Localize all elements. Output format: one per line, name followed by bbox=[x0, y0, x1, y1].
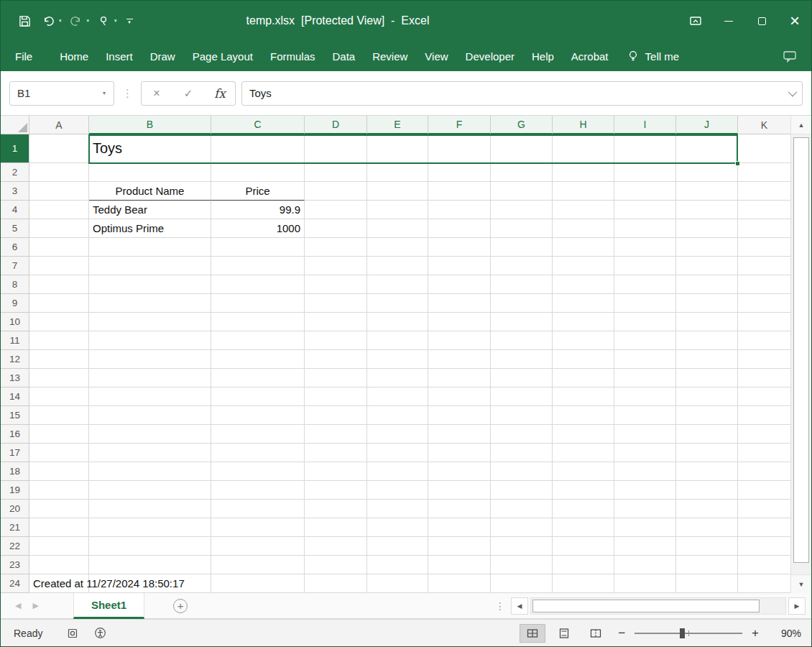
ribbon-tab-home[interactable]: Home bbox=[60, 50, 88, 63]
cell-D15[interactable] bbox=[305, 406, 367, 425]
column-header-K[interactable]: K bbox=[738, 116, 791, 134]
cell-D16[interactable] bbox=[305, 425, 367, 444]
cell-E2[interactable] bbox=[367, 163, 428, 182]
cell-K14[interactable] bbox=[738, 387, 791, 406]
cell-I5[interactable] bbox=[614, 219, 676, 238]
cell-G6[interactable] bbox=[491, 238, 553, 257]
cell-A8[interactable] bbox=[29, 275, 89, 294]
column-header-A[interactable]: A bbox=[29, 116, 89, 134]
cell-F9[interactable] bbox=[428, 294, 491, 313]
cell-C6[interactable] bbox=[211, 238, 305, 257]
cell-I13[interactable] bbox=[614, 369, 676, 387]
cell-F13[interactable] bbox=[428, 369, 491, 387]
cell-H19[interactable] bbox=[553, 481, 614, 500]
cell-H4[interactable] bbox=[553, 201, 614, 219]
hscroll-track[interactable] bbox=[530, 597, 786, 615]
cell-C14[interactable] bbox=[211, 387, 305, 406]
cell-G15[interactable] bbox=[491, 406, 553, 425]
cell-J18[interactable] bbox=[676, 462, 738, 481]
cell-G8[interactable] bbox=[491, 275, 553, 294]
cell-J24[interactable] bbox=[676, 574, 738, 593]
cell-A23[interactable] bbox=[29, 556, 89, 574]
cell-C22[interactable] bbox=[211, 537, 305, 556]
cell-H3[interactable] bbox=[553, 182, 614, 201]
cell-K16[interactable] bbox=[738, 425, 791, 444]
cell-I16[interactable] bbox=[614, 425, 676, 444]
cell-D13[interactable] bbox=[305, 369, 367, 387]
cell-A10[interactable] bbox=[29, 313, 89, 331]
customize-quick-access-toolbar-button[interactable]: ▾ bbox=[126, 19, 133, 24]
cell-D7[interactable] bbox=[305, 257, 367, 275]
cell-B5[interactable]: Optimus Prime bbox=[89, 219, 211, 238]
close-button[interactable]: × bbox=[778, 1, 811, 41]
cell-C16[interactable] bbox=[211, 425, 305, 444]
cell-E1[interactable] bbox=[367, 134, 428, 163]
cell-F5[interactable] bbox=[428, 219, 491, 238]
cell-C18[interactable] bbox=[211, 462, 305, 481]
row-header-13[interactable]: 13 bbox=[1, 369, 29, 387]
cell-A12[interactable] bbox=[29, 350, 89, 369]
cell-D24[interactable] bbox=[305, 574, 367, 593]
cell-A15[interactable] bbox=[29, 406, 89, 425]
cell-H18[interactable] bbox=[553, 462, 614, 481]
vertical-scroll-thumb[interactable] bbox=[793, 137, 809, 563]
cell-E20[interactable] bbox=[367, 500, 428, 518]
cell-K15[interactable] bbox=[738, 406, 791, 425]
ribbon-tab-page-layout[interactable]: Page Layout bbox=[193, 50, 253, 63]
cell-I18[interactable] bbox=[614, 462, 676, 481]
cell-J13[interactable] bbox=[676, 369, 738, 387]
ribbon-display-options-button[interactable] bbox=[679, 1, 712, 41]
cell-A19[interactable] bbox=[29, 481, 89, 500]
cell-F11[interactable] bbox=[428, 331, 491, 350]
cell-A17[interactable] bbox=[29, 444, 89, 462]
cell-F2[interactable] bbox=[428, 163, 491, 182]
cell-F3[interactable] bbox=[428, 182, 491, 201]
cell-F12[interactable] bbox=[428, 350, 491, 369]
cell-K3[interactable] bbox=[738, 182, 791, 201]
cell-F14[interactable] bbox=[428, 387, 491, 406]
formula-bar-handle[interactable]: ⋮ bbox=[120, 87, 135, 100]
cell-F23[interactable] bbox=[428, 556, 491, 574]
sheet-nav-left-button[interactable]: ◀ bbox=[1, 601, 27, 610]
cell-J7[interactable] bbox=[676, 257, 738, 275]
cell-G23[interactable] bbox=[491, 556, 553, 574]
cell-E13[interactable] bbox=[367, 369, 428, 387]
cell-G19[interactable] bbox=[491, 481, 553, 500]
cell-D14[interactable] bbox=[305, 387, 367, 406]
cell-E3[interactable] bbox=[367, 182, 428, 201]
cell-D21[interactable] bbox=[305, 518, 367, 537]
cell-K20[interactable] bbox=[738, 500, 791, 518]
redo-button[interactable] bbox=[67, 12, 86, 30]
cell-E14[interactable] bbox=[367, 387, 428, 406]
cell-A22[interactable] bbox=[29, 537, 89, 556]
cell-G1[interactable] bbox=[491, 134, 553, 163]
cell-F15[interactable] bbox=[428, 406, 491, 425]
cell-K18[interactable] bbox=[738, 462, 791, 481]
cell-E15[interactable] bbox=[367, 406, 428, 425]
cell-G10[interactable] bbox=[491, 313, 553, 331]
cell-H5[interactable] bbox=[553, 219, 614, 238]
cell-I4[interactable] bbox=[614, 201, 676, 219]
cell-K7[interactable] bbox=[738, 257, 791, 275]
cell-G20[interactable] bbox=[491, 500, 553, 518]
ribbon-tab-help[interactable]: Help bbox=[532, 50, 554, 63]
cell-H16[interactable] bbox=[553, 425, 614, 444]
cell-J15[interactable] bbox=[676, 406, 738, 425]
row-header-20[interactable]: 20 bbox=[1, 500, 29, 518]
cell-H14[interactable] bbox=[553, 387, 614, 406]
hscroll-left-button[interactable]: ◀ bbox=[511, 597, 528, 615]
cell-B15[interactable] bbox=[89, 406, 211, 425]
cell-G4[interactable] bbox=[491, 201, 553, 219]
cell-F21[interactable] bbox=[428, 518, 491, 537]
cell-I3[interactable] bbox=[614, 182, 676, 201]
cell-E16[interactable] bbox=[367, 425, 428, 444]
cell-H6[interactable] bbox=[553, 238, 614, 257]
cell-G7[interactable] bbox=[491, 257, 553, 275]
cell-D6[interactable] bbox=[305, 238, 367, 257]
cell-D10[interactable] bbox=[305, 313, 367, 331]
cell-C24[interactable] bbox=[211, 574, 305, 593]
cell-I6[interactable] bbox=[614, 238, 676, 257]
column-header-F[interactable]: F bbox=[428, 116, 491, 134]
cell-H22[interactable] bbox=[553, 537, 614, 556]
formula-bar-input[interactable]: Toys bbox=[241, 81, 803, 106]
